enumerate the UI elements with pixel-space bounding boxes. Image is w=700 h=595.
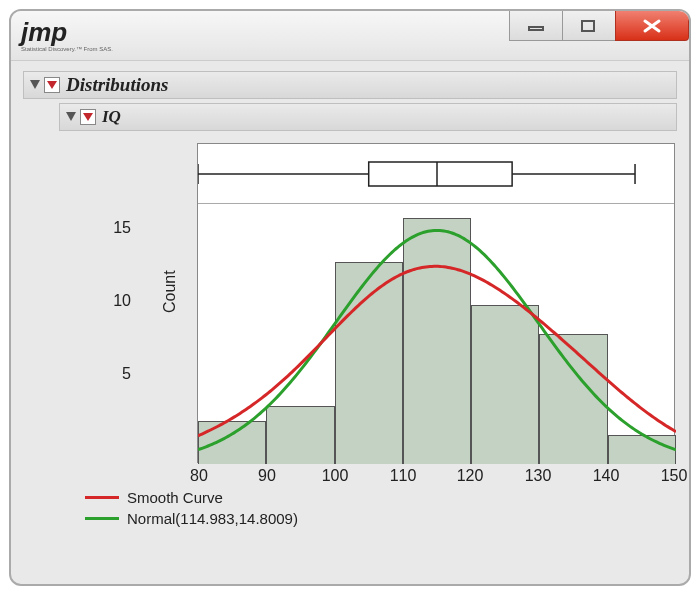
overlay-curves <box>198 204 676 464</box>
maximize-icon <box>580 19 598 33</box>
legend-swatch-smooth <box>85 496 119 499</box>
x-tick: 80 <box>184 467 214 485</box>
svg-marker-2 <box>30 80 40 89</box>
outline-distributions[interactable]: Distributions <box>23 71 677 99</box>
red-triangle-menu[interactable] <box>80 109 96 125</box>
x-tick: 110 <box>388 467 418 485</box>
x-tick: 90 <box>252 467 282 485</box>
plot-stack[interactable] <box>197 143 675 463</box>
outline-variable[interactable]: IQ <box>59 103 677 131</box>
x-tick: 150 <box>659 467 689 485</box>
titlebar: jmp Statistical Discovery.™ From SAS. <box>11 11 689 61</box>
svg-marker-4 <box>66 112 76 121</box>
boxplot-pane[interactable] <box>198 144 674 204</box>
close-button[interactable] <box>615 11 689 41</box>
svg-rect-0 <box>529 27 543 30</box>
outline-distributions-label: Distributions <box>66 74 168 96</box>
disclosure-triangle-icon[interactable] <box>28 78 42 92</box>
legend-label-smooth: Smooth Curve <box>127 487 223 508</box>
disclosure-triangle-icon[interactable] <box>64 110 78 124</box>
boxplot <box>198 144 676 204</box>
legend-label-normal: Normal(114.983,14.8009) <box>127 508 298 529</box>
minimize-button[interactable] <box>509 11 563 41</box>
x-tick: 130 <box>523 467 553 485</box>
content-area: Distributions IQ Count 5 10 15 80 90 100… <box>11 61 689 525</box>
svg-rect-10 <box>369 162 512 186</box>
y-tick: 15 <box>101 219 131 237</box>
legend-swatch-normal <box>85 517 119 520</box>
outline-variable-label: IQ <box>102 107 121 127</box>
svg-rect-1 <box>582 21 594 31</box>
legend: Smooth Curve Normal(114.983,14.8009) <box>85 487 298 529</box>
app-window: jmp Statistical Discovery.™ From SAS. <box>9 9 691 586</box>
histogram-pane[interactable] <box>198 204 674 464</box>
x-tick: 100 <box>320 467 350 485</box>
window-buttons <box>510 11 689 60</box>
y-axis-label: Count <box>161 270 179 313</box>
x-tick: 120 <box>455 467 485 485</box>
y-tick: 5 <box>101 365 131 383</box>
minimize-icon <box>527 19 545 33</box>
red-triangle-menu[interactable] <box>44 77 60 93</box>
maximize-button[interactable] <box>562 11 616 41</box>
app-logo: jmp Statistical Discovery.™ From SAS. <box>21 19 113 52</box>
svg-marker-3 <box>47 81 57 89</box>
legend-item-normal: Normal(114.983,14.8009) <box>85 508 298 529</box>
svg-marker-5 <box>83 113 93 121</box>
legend-item-smooth: Smooth Curve <box>85 487 298 508</box>
x-tick: 140 <box>591 467 621 485</box>
app-logo-text: jmp <box>21 19 67 45</box>
y-tick: 10 <box>101 292 131 310</box>
close-icon <box>641 18 663 34</box>
chart-area: Count 5 10 15 80 90 100 110 120 130 140 … <box>59 137 677 517</box>
